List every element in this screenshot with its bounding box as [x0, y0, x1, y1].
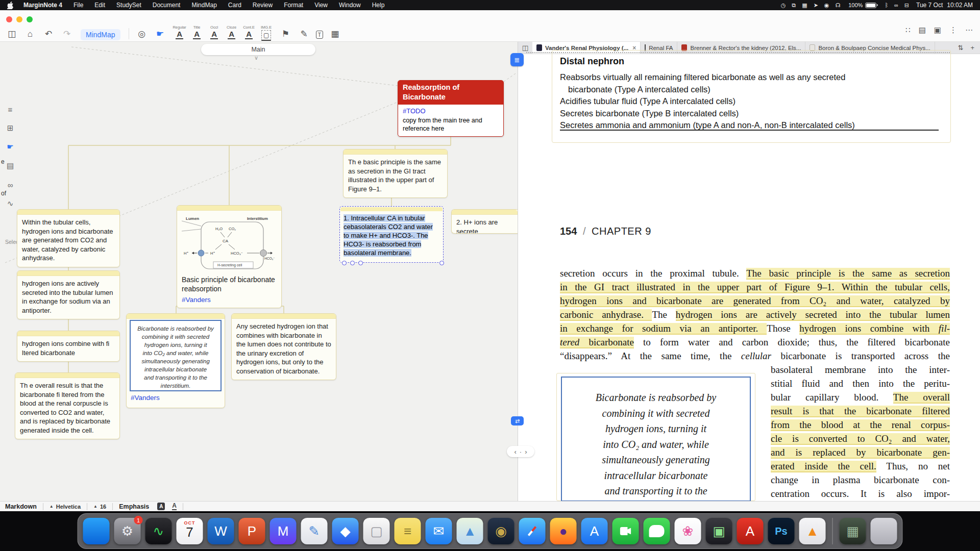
- shortcuts-dock-icon[interactable]: ◆: [332, 518, 359, 544]
- underline-style-icon[interactable]: A: [172, 503, 177, 510]
- vanders-tag[interactable]: #Vanders: [131, 393, 222, 403]
- calendar-dock-icon[interactable]: OCT7: [177, 518, 203, 544]
- system-settings-dock-icon[interactable]: ⚙1: [114, 518, 141, 544]
- finder-dock-icon[interactable]: [83, 518, 110, 544]
- style-button-occl[interactable]: OcclA: [207, 25, 222, 41]
- emphasis-button[interactable]: Emphasis: [119, 503, 149, 510]
- swap-panes-button[interactable]: ⇄: [511, 416, 524, 425]
- word-dock-icon[interactable]: W: [208, 518, 234, 544]
- vanders-tag[interactable]: #Vanders: [182, 295, 277, 305]
- chevron-down-icon[interactable]: ∨: [254, 55, 258, 61]
- menu-item-format[interactable]: Format: [278, 2, 309, 9]
- stage-manager-icon[interactable]: ⧉: [789, 2, 799, 9]
- selection-handle[interactable]: [358, 261, 363, 265]
- menu-item-card[interactable]: Card: [223, 2, 247, 9]
- text-box-icon[interactable]: T: [316, 31, 324, 39]
- node-combine-filtered[interactable]: hydrogen ions combine with fi ltered bic…: [17, 331, 120, 362]
- activity-monitor-dock-icon[interactable]: ∿: [145, 518, 172, 544]
- powerpoint-dock-icon[interactable]: P: [239, 518, 265, 544]
- style-button-imge[interactable]: IMG.E▢: [259, 25, 274, 41]
- style-button-regular[interactable]: RegularA: [172, 25, 187, 41]
- collapse-icon[interactable]: ∷: [905, 26, 911, 35]
- hand-tool-icon[interactable]: ☛: [4, 141, 16, 153]
- messages-dock-icon[interactable]: [644, 518, 670, 544]
- mindmap-pane[interactable]: Main ∨ ≡⊞☛▤∞∿ e of Select Reabsorption o…: [0, 42, 518, 501]
- markdown-toggle[interactable]: Markdown: [0, 503, 37, 510]
- menu-item-view[interactable]: View: [309, 2, 333, 9]
- clock-menu-icon[interactable]: ◷: [778, 2, 789, 9]
- selection-handle[interactable]: [350, 261, 355, 265]
- style-button-cloze[interactable]: ClozeA: [224, 25, 239, 41]
- node-h-ions-secreted-clipped[interactable]: 2. H+ ions are secrete NHE3 in exchange …: [451, 209, 518, 234]
- compass-dark-dock-icon[interactable]: ◉: [488, 518, 514, 544]
- redo-icon[interactable]: ↷: [60, 29, 74, 41]
- font-family-dropdown[interactable]: ▲ Helvetica: [50, 504, 81, 510]
- battery-indicator[interactable]: 100%: [845, 2, 879, 8]
- image-tool-icon[interactable]: ▦: [328, 29, 341, 41]
- node-bicarbonate-quote[interactable]: Bicarbonate is reabsorbed bycombining it…: [126, 313, 225, 408]
- todo-tag[interactable]: #TODO: [403, 107, 499, 115]
- trash-dock-icon[interactable]: [871, 518, 897, 544]
- firefox-dock-icon[interactable]: ●: [550, 518, 577, 544]
- vlc-dock-icon[interactable]: ▲: [799, 518, 826, 544]
- acrobat-dock-icon[interactable]: A: [737, 518, 764, 544]
- marginnote-dock-icon[interactable]: M: [270, 518, 297, 544]
- highlight-style-icon[interactable]: A: [157, 503, 165, 510]
- font-size-dropdown[interactable]: ▲ 16: [93, 504, 106, 510]
- nav-next-icon[interactable]: ›: [525, 448, 527, 456]
- excerpt-selection-box[interactable]: Bicarbonate is reabsorbed bycombining it…: [556, 373, 755, 501]
- mail-dock-icon[interactable]: ✉: [426, 518, 452, 544]
- minimize-window-button[interactable]: [16, 16, 22, 22]
- doc-search-icon[interactable]: ▤: [919, 26, 926, 35]
- undo-icon[interactable]: ↶: [42, 29, 55, 41]
- app-store-dock-icon[interactable]: A: [581, 518, 608, 544]
- system-window-dock-icon[interactable]: ▢: [363, 518, 390, 544]
- close-window-button[interactable]: [6, 16, 12, 22]
- sort-tabs-icon[interactable]: ⇅: [958, 44, 964, 52]
- hearing-icon[interactable]: ☊: [832, 2, 843, 9]
- selection-handle[interactable]: [439, 261, 444, 265]
- add-tab-icon[interactable]: +: [970, 44, 974, 52]
- card-deck-icon[interactable]: ⊞: [4, 122, 16, 134]
- library-icon[interactable]: ⌂: [23, 29, 37, 41]
- scribble-icon[interactable]: ∿: [4, 197, 16, 210]
- node-basic-principle[interactable]: Th e basic principle is the same as secr…: [343, 149, 448, 198]
- screen-sharing-dock-icon[interactable]: ▣: [706, 518, 732, 544]
- menu-item-document[interactable]: Document: [147, 2, 186, 9]
- menu-clock[interactable]: Tue 7 Oct 10:02 AM: [914, 2, 975, 9]
- stickies-dock-icon[interactable]: ≡: [395, 518, 421, 544]
- screenshot-window-dock-icon[interactable]: ▦: [840, 518, 866, 544]
- outline-list-icon[interactable]: ≡: [4, 103, 16, 115]
- mindmap-mode-button[interactable]: MindMap: [81, 29, 120, 40]
- nav-prev-icon[interactable]: ‹: [514, 448, 516, 456]
- style-button-conte[interactable]: Cont.EA: [241, 25, 257, 41]
- node-overall-result[interactable]: Th e overall result is that the bicarbon…: [15, 372, 120, 439]
- sidebar-toggle-icon[interactable]: ◫: [5, 29, 18, 41]
- node-actively-secreted[interactable]: hydrogen ions are actively secreted into…: [17, 270, 120, 319]
- bluetooth-icon[interactable]: ᛒ: [881, 2, 891, 9]
- apple-menu-icon[interactable]: [0, 2, 18, 9]
- continuity-icon[interactable]: ∞: [891, 2, 901, 9]
- maps-dock-icon[interactable]: ▲: [457, 518, 483, 544]
- node-reabsorption-of-bicarbonate[interactable]: Reabsorption of Bicarbonate #TODO copy f…: [398, 80, 504, 137]
- menu-item-help[interactable]: Help: [366, 2, 390, 9]
- node-within-tubular-cells[interactable]: Within the tubular cells, hydrogen ions …: [17, 209, 120, 267]
- documents-icon[interactable]: ▤: [4, 160, 16, 172]
- photos-dock-icon[interactable]: ❀: [675, 518, 701, 544]
- notes-pencil-dock-icon[interactable]: ✎: [301, 518, 328, 544]
- user-switch-icon[interactable]: ⊟: [901, 2, 912, 9]
- node-intracellular-ca-selected[interactable]: 1. Intracellular CA in tubular cebasolat…: [339, 206, 444, 263]
- photoshop-dock-icon[interactable]: Ps: [768, 518, 795, 544]
- save-card-icon[interactable]: ▣: [934, 26, 941, 35]
- more-vertical-icon[interactable]: ⋮: [949, 26, 957, 35]
- hand-tool-icon[interactable]: ☛: [154, 29, 167, 41]
- safari-dock-icon[interactable]: [519, 518, 546, 544]
- node-basic-principle-diagram[interactable]: Lumen Interstitium H₂O CO₂ CA H⁺ HCO₃⁻: [177, 205, 282, 308]
- selection-handle[interactable]: [342, 261, 347, 265]
- menu-item-studyset[interactable]: StudySet: [111, 2, 147, 9]
- flag-icon[interactable]: ⚑: [279, 29, 292, 41]
- menu-item-review[interactable]: Review: [247, 2, 278, 9]
- page-nav-control[interactable]: ‹ · ›: [507, 446, 534, 457]
- zoom-window-button[interactable]: [27, 16, 33, 22]
- assistant-icon[interactable]: ➤: [811, 2, 821, 9]
